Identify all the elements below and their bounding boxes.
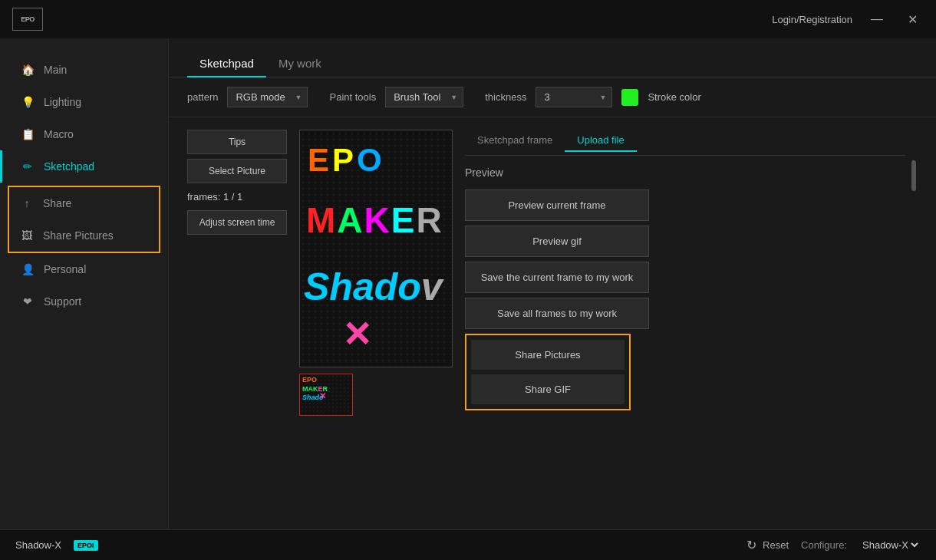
canvas-area: Tips Select Picture frames: 1 / 1 Adjust… — [169, 117, 936, 529]
sub-tab-upload-file[interactable]: Upload file — [565, 130, 636, 152]
device-badge: EPOI — [74, 540, 98, 551]
scroll-thumb — [911, 160, 916, 191]
canvas-shadow-text: Shadov — [304, 265, 443, 309]
thickness-select[interactable]: 3 — [536, 87, 612, 107]
minimize-button[interactable]: — — [865, 9, 889, 29]
tabs-bar: Sketchpad My work — [169, 38, 936, 77]
reset-label: Reset — [763, 539, 789, 551]
tool-buttons: Tips Select Picture frames: 1 / 1 Adjust… — [187, 130, 287, 235]
thumbnail-frame1[interactable]: EPO MAKER Shado ✕ — [299, 374, 353, 416]
app-logo: EPO — [12, 8, 43, 31]
home-icon: 🏠 — [21, 63, 35, 77]
sidebar-label-macro: Macro — [44, 128, 74, 140]
sidebar-item-share-pictures[interactable]: 🖼 Share Pictures — [9, 219, 159, 252]
share-pictures-icon: 🖼 — [20, 229, 34, 242]
save-current-frame-button[interactable]: Save the current frame to my work — [465, 262, 649, 293]
configure-select[interactable]: Shadow-X — [859, 539, 921, 552]
sidebar-label-lighting: Lighting — [44, 96, 81, 108]
sidebar-label-main: Main — [44, 64, 67, 76]
actions-column: Preview current frame Preview gif Save t… — [465, 189, 905, 410]
share-buttons-box: Share Pictures Share GIF — [465, 334, 631, 410]
reset-area: ↻ Reset — [746, 538, 789, 552]
stroke-color-label: Stroke color — [648, 91, 700, 103]
sidebar-label-support: Support — [44, 295, 81, 308]
brush-select[interactable]: Brush Tool — [385, 87, 463, 107]
thickness-label: thickness — [485, 91, 526, 103]
close-button[interactable]: ✕ — [901, 9, 924, 30]
toolbar: pattern RGB mode Paint tools Brush Tool … — [169, 77, 936, 117]
sidebar: 🏠 Main 💡 Lighting 📋 Macro ✏ Sketchpad ↑ … — [0, 38, 169, 529]
pattern-label: pattern — [187, 91, 218, 103]
device-name: Shadow-X — [15, 539, 61, 551]
main-canvas[interactable]: EPO MAKER Shadov ✕ — [299, 130, 453, 367]
thickness-select-wrap: 3 — [536, 87, 612, 107]
sidebar-label-sketchpad: Sketchpad — [44, 160, 94, 173]
sidebar-item-personal[interactable]: 👤 Personal — [0, 253, 168, 285]
sidebar-item-macro[interactable]: 📋 Macro — [0, 118, 168, 150]
configure-label: Configure: — [801, 539, 847, 551]
sidebar-item-lighting[interactable]: 💡 Lighting — [0, 86, 168, 118]
frames-info: frames: 1 / 1 — [187, 188, 287, 206]
tab-my-work[interactable]: My work — [266, 51, 334, 77]
titlebar-right: Login/Registration — ✕ — [772, 9, 924, 30]
sidebar-label-share: Share — [43, 197, 71, 209]
reset-icon[interactable]: ↻ — [746, 538, 756, 552]
personal-icon: 👤 — [21, 262, 35, 276]
scrollbar[interactable] — [911, 130, 918, 517]
app-body: 🏠 Main 💡 Lighting 📋 Macro ✏ Sketchpad ↑ … — [0, 38, 936, 529]
brush-select-wrap: Brush Tool — [385, 87, 463, 107]
adjust-screen-time-button[interactable]: Adjust screen time — [187, 210, 287, 235]
tab-sketchpad[interactable]: Sketchpad — [187, 51, 266, 77]
sketchpad-icon: ✏ — [21, 160, 35, 173]
support-icon: ❤ — [21, 295, 35, 308]
right-content: Sketchpad frame Upload file Preview Prev… — [465, 130, 918, 517]
left-panel: Tips Select Picture frames: 1 / 1 Adjust… — [187, 130, 287, 517]
share-highlight-box: ↑ Share 🖼 Share Pictures — [8, 186, 160, 253]
preview-current-frame-button[interactable]: Preview current frame — [465, 189, 649, 221]
canvas-epo-text: EPO — [308, 142, 385, 179]
sub-tabs: Sketchpad frame Upload file — [465, 130, 905, 156]
canvas-maker-text: MAKER — [306, 199, 443, 241]
preview-label: Preview — [465, 163, 905, 182]
macro-icon: 📋 — [21, 127, 35, 141]
right-panel: Sketchpad frame Upload file Preview Prev… — [465, 130, 905, 517]
bulb-icon: 💡 — [21, 95, 35, 109]
sub-tab-sketchpad-frame[interactable]: Sketchpad frame — [465, 130, 565, 152]
preview-gif-button[interactable]: Preview gif — [465, 226, 649, 257]
stroke-color-dot[interactable] — [621, 89, 638, 106]
sidebar-label-share-pictures: Share Pictures — [43, 229, 114, 242]
save-all-frames-button[interactable]: Save all frames to my work — [465, 298, 649, 329]
pattern-select[interactable]: RGB mode — [227, 87, 308, 107]
canvas-wrap: EPO MAKER Shadov ✕ EPO MAKER Shado — [299, 130, 453, 517]
sidebar-item-sketchpad[interactable]: ✏ Sketchpad — [0, 150, 168, 183]
sidebar-label-personal: Personal — [44, 263, 86, 275]
main-content: Sketchpad My work pattern RGB mode Paint… — [169, 38, 936, 529]
bottombar: Shadow-X EPOI ↻ Reset Configure: Shadow-… — [0, 529, 936, 560]
pattern-select-wrap: RGB mode — [227, 87, 308, 107]
share-gif-button[interactable]: Share GIF — [471, 374, 625, 404]
share-icon: ↑ — [20, 196, 34, 210]
titlebar: EPO Login/Registration — ✕ — [0, 0, 936, 38]
thumbnail-row: EPO MAKER Shado ✕ — [299, 374, 453, 416]
sidebar-item-support[interactable]: ❤ Support — [0, 285, 168, 318]
select-picture-button[interactable]: Select Picture — [187, 159, 287, 183]
tips-button[interactable]: Tips — [187, 130, 287, 154]
thumb-text: EPO MAKER Shado ✕ — [302, 376, 328, 403]
sidebar-item-main[interactable]: 🏠 Main — [0, 54, 168, 86]
share-pictures-button[interactable]: Share Pictures — [471, 340, 625, 370]
paint-tools-label: Paint tools — [329, 91, 376, 103]
sidebar-item-share[interactable]: ↑ Share — [9, 187, 159, 219]
login-button[interactable]: Login/Registration — [772, 14, 852, 25]
canvas-x-text: ✕ — [342, 314, 372, 355]
